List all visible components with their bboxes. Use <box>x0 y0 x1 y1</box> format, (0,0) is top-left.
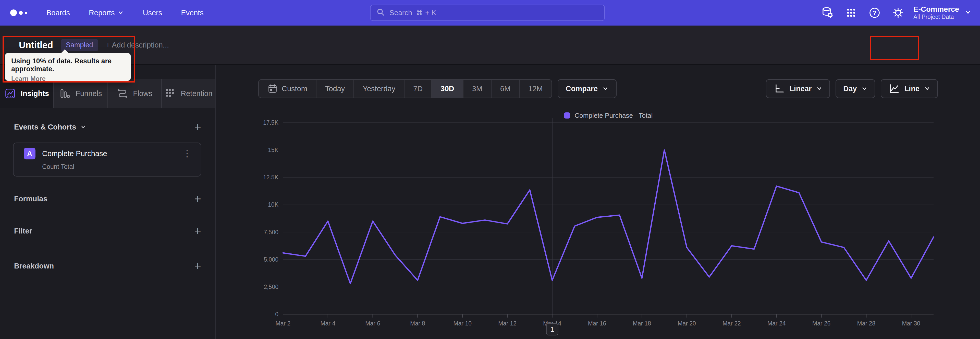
compare-button[interactable]: Compare <box>558 79 617 98</box>
nav-link-boards[interactable]: Boards <box>46 9 70 17</box>
top-navigation-bar: BoardsReportsUsersEvents ? <box>0 0 980 26</box>
project-scope: All Project Data <box>913 14 959 20</box>
add-filter-button[interactable]: + <box>194 225 201 237</box>
tooltip-text: Using 10% of data. Results are approxima… <box>11 57 124 73</box>
tab-insights[interactable]: Insights <box>0 79 54 108</box>
event-menu-icon[interactable]: ⋮ <box>180 148 195 159</box>
events-cohorts-header-row: Events & Cohorts + <box>0 120 215 134</box>
query-builder-sidebar: InsightsFunnelsFlowsRetention Events & C… <box>0 65 216 339</box>
event-letter-badge[interactable]: A <box>24 148 35 160</box>
dropdown-label: Line <box>904 85 920 93</box>
svg-text:?: ? <box>873 10 877 16</box>
nav-link-label: Events <box>181 9 204 17</box>
range-label: Custom <box>282 85 307 93</box>
apps-grid-icon[interactable] <box>843 5 859 21</box>
range-label: 3M <box>472 85 482 93</box>
range-custom[interactable]: Custom <box>259 80 317 98</box>
x-axis-tick-label: Mar 30 <box>902 320 920 327</box>
project-name: E-Commerce <box>913 5 959 14</box>
section-row-breakdown: Breakdown+ <box>0 259 215 273</box>
section-row-formulas: Formulas+ <box>0 192 215 206</box>
report-title[interactable]: Untitled <box>19 40 53 51</box>
settings-gear-icon[interactable] <box>890 5 906 21</box>
nav-link-label: Boards <box>46 9 70 17</box>
linear-scale-icon <box>773 83 785 94</box>
chart-plot-area[interactable]: 17.5K15K12.5K10K7,5005,0002,5000Mar 2Mar… <box>261 114 950 339</box>
add-formulas-button[interactable]: + <box>194 193 201 205</box>
learn-more-link[interactable]: Learn More <box>11 75 46 83</box>
x-axis-tick-label: Mar 10 <box>453 320 472 327</box>
x-axis-tick-label: Mar 18 <box>633 320 651 327</box>
series-line-complete-purchase[interactable] <box>283 150 934 283</box>
range-today[interactable]: Today <box>317 80 354 98</box>
report-header-bar: Untitled Sampled + Add description... ••… <box>0 26 980 65</box>
range-7d[interactable]: 7D <box>404 80 432 98</box>
range-label: 7D <box>413 85 423 93</box>
search-bar[interactable] <box>370 5 605 21</box>
data-management-icon[interactable] <box>819 5 836 21</box>
tab-label: Retention <box>181 90 212 98</box>
range-12m[interactable]: 12M <box>520 80 551 98</box>
linear-dropdown[interactable]: Linear <box>766 79 830 98</box>
chevron-down-icon <box>861 86 867 92</box>
chevron-down-icon <box>602 86 608 92</box>
y-axis-tick-label: 5,000 <box>264 256 278 263</box>
x-axis-tick-label: Mar 12 <box>498 320 517 327</box>
nav-link-label: Users <box>143 9 162 17</box>
add-description-button[interactable]: + Add description... <box>106 41 169 49</box>
range-label: 30D <box>441 85 454 93</box>
add-breakdown-button[interactable]: + <box>194 260 201 272</box>
day-dropdown[interactable]: Day <box>835 79 875 98</box>
nav-link-reports[interactable]: Reports <box>89 9 124 17</box>
date-range-segmented-control: CustomTodayYesterday7D30D3M6M12M <box>258 79 552 98</box>
range-yesterday[interactable]: Yesterday <box>354 80 404 98</box>
dropdown-label: Linear <box>789 85 811 93</box>
funnels-icon <box>59 88 71 99</box>
project-selector[interactable]: E-Commerce All Project Data <box>913 5 971 21</box>
x-axis-tick-label: Mar 2 <box>275 320 291 327</box>
line-chart-icon <box>888 83 900 94</box>
y-axis-tick-label: 0 <box>275 311 278 318</box>
chevron-down-icon <box>80 124 86 130</box>
sampling-tooltip: Using 10% of data. Results are approxima… <box>5 53 130 81</box>
y-axis-tick-label: 10K <box>268 201 279 208</box>
tab-label: Funnels <box>76 90 102 98</box>
nav-link-users[interactable]: Users <box>143 9 162 17</box>
chevron-down-icon <box>816 86 822 92</box>
line-dropdown[interactable]: Line <box>881 79 938 98</box>
range-label: 12M <box>528 85 542 93</box>
x-axis-tick-label: Mar 20 <box>678 320 696 327</box>
section-label-filter: Filter <box>14 227 32 235</box>
date-range-toolbar: CustomTodayYesterday7D30D3M6M12M Compare <box>258 79 617 98</box>
chevron-down-icon <box>965 9 971 17</box>
report-canvas: CustomTodayYesterday7D30D3M6M12M Compare… <box>216 65 980 339</box>
nav-link-events[interactable]: Events <box>181 9 204 17</box>
event-card[interactable]: A Complete Purchase ⋮ Count Total <box>13 142 201 176</box>
event-aggregation[interactable]: Count Total <box>42 163 201 170</box>
search-icon <box>376 8 385 18</box>
line-chart: Complete Purchase - Total 17.5K15K12.5K1… <box>261 110 950 339</box>
x-axis-tick-label: Mar 22 <box>722 320 741 327</box>
tab-retention[interactable]: Retention <box>162 79 215 108</box>
retention-icon <box>164 88 176 99</box>
x-axis-tick-label: Mar 28 <box>857 320 876 327</box>
chevron-down-icon <box>118 10 124 16</box>
events-cohorts-header[interactable]: Events & Cohorts <box>14 123 86 131</box>
tab-flows[interactable]: Flows <box>108 79 162 108</box>
x-axis-tick-label: Mar 6 <box>365 320 380 327</box>
range-30d[interactable]: 30D <box>432 80 463 98</box>
dropdown-label: Day <box>843 85 857 93</box>
add-event-button[interactable]: + <box>194 121 201 133</box>
mixpanel-logo[interactable] <box>10 10 33 16</box>
annotation-marker-label: 1 <box>550 325 554 333</box>
range-6m[interactable]: 6M <box>492 80 520 98</box>
tab-funnels[interactable]: Funnels <box>54 79 108 108</box>
range-3m[interactable]: 3M <box>463 80 492 98</box>
event-name[interactable]: Complete Purchase <box>42 149 173 158</box>
chevron-down-icon <box>924 86 930 92</box>
section-row-filter: Filter+ <box>0 224 215 238</box>
x-axis-tick-label: Mar 8 <box>410 320 425 327</box>
report-type-tabs: InsightsFunnelsFlowsRetention <box>0 79 215 108</box>
search-input[interactable] <box>390 9 599 17</box>
help-icon[interactable]: ? <box>866 5 883 21</box>
